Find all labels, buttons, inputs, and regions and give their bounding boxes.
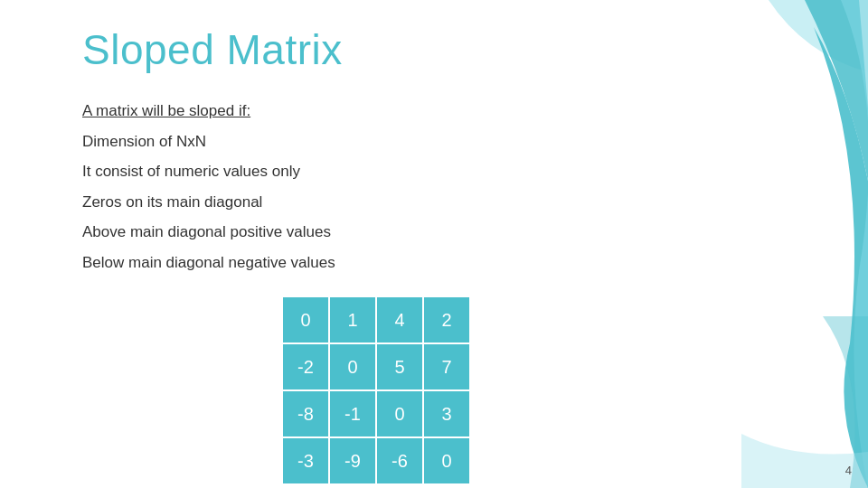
matrix-row-1: -2057: [282, 343, 470, 390]
matrix-cell-1-2: 5: [376, 343, 423, 390]
matrix-cell-1-1: 0: [329, 343, 376, 390]
matrix-cell-2-2: 0: [376, 390, 423, 437]
matrix-row-0: 0142: [282, 296, 470, 343]
matrix-cell-0-2: 4: [376, 296, 423, 343]
bullet-item-0: A matrix will be sloped if:: [82, 99, 715, 123]
slide-title: Sloped Matrix: [82, 25, 715, 74]
matrix-cell-0-0: 0: [282, 296, 329, 343]
bullet-item-1: Dimension of NxN: [82, 130, 715, 154]
page-number: 4: [845, 464, 852, 477]
matrix-wrapper: 0142-2057-8-103-3-9-60: [281, 296, 715, 485]
bullet-item-2: It consist of numeric values only: [82, 160, 715, 183]
bullet-item-5: Below main diagonal negative values: [82, 251, 715, 275]
matrix-cell-3-2: -6: [376, 437, 423, 484]
matrix-cell-3-1: -9: [329, 437, 376, 484]
matrix-cell-1-3: 7: [423, 343, 470, 390]
matrix-row-3: -3-9-60: [282, 437, 470, 484]
matrix-cell-2-0: -8: [282, 390, 329, 437]
bullet-item-4: Above main diagonal positive values: [82, 221, 715, 244]
bullet-item-3: Zeros on its main diagonal: [82, 191, 715, 214]
matrix-table: 0142-2057-8-103-3-9-60: [281, 296, 471, 485]
bullet-list: A matrix will be sloped if:Dimension of …: [82, 99, 715, 274]
slide: Sloped Matrix A matrix will be sloped if…: [0, 0, 868, 488]
matrix-cell-2-1: -1: [329, 390, 376, 437]
matrix-cell-0-1: 1: [329, 296, 376, 343]
matrix-cell-0-3: 2: [423, 296, 470, 343]
matrix-cell-3-3: 0: [423, 437, 470, 484]
matrix-cell-2-3: 3: [423, 390, 470, 437]
matrix-cell-1-0: -2: [282, 343, 329, 390]
main-content: Sloped Matrix A matrix will be sloped if…: [82, 25, 715, 485]
matrix-cell-3-0: -3: [282, 437, 329, 484]
matrix-row-2: -8-103: [282, 390, 470, 437]
